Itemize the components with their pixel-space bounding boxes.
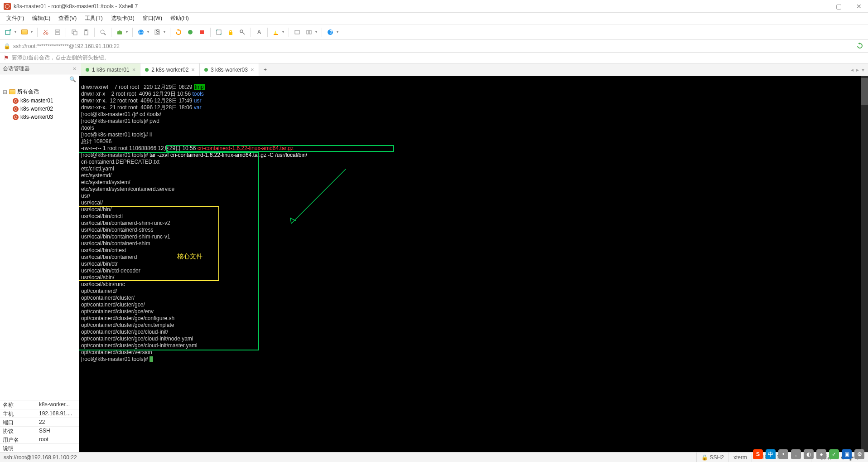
refresh-icon[interactable] xyxy=(173,27,184,38)
script-icon[interactable]: S xyxy=(152,27,163,38)
terminal-scrollbar[interactable] xyxy=(861,76,868,452)
globe-dropdown[interactable]: ▾ xyxy=(147,30,151,34)
close-button[interactable]: ✕ xyxy=(854,1,864,12)
menu-view[interactable]: 查看(V) xyxy=(55,13,80,24)
tray-icon[interactable]: , xyxy=(791,449,801,459)
layout2-icon[interactable] xyxy=(304,27,314,38)
tab-prev-icon[interactable]: ◂ xyxy=(851,67,854,73)
session-icon xyxy=(13,114,19,120)
session-item-worker02[interactable]: k8s-worker02 xyxy=(0,105,79,113)
menu-window[interactable]: 窗口(W) xyxy=(139,13,166,24)
globe-icon[interactable] xyxy=(135,27,146,38)
status-dot-icon xyxy=(86,68,89,72)
script-dropdown[interactable]: ▾ xyxy=(164,30,167,34)
tray-ime-icon[interactable]: 中 xyxy=(766,449,776,459)
help-icon[interactable]: ? xyxy=(325,27,336,38)
tab-worker03[interactable]: 3 k8s-worker03 × xyxy=(200,63,259,76)
status-dot-icon xyxy=(145,68,149,72)
find-icon[interactable] xyxy=(97,27,108,38)
svg-line-15 xyxy=(104,33,106,35)
info-strip: ⚑ 要添加当前会话，点击左侧的箭头按钮。 xyxy=(0,53,868,63)
record-icon[interactable] xyxy=(185,27,196,38)
status-dot-icon xyxy=(204,68,208,72)
tray-icon[interactable]: ● xyxy=(816,449,826,459)
session-icon xyxy=(13,98,19,104)
tray-icon[interactable]: • xyxy=(778,449,788,459)
session-search-input[interactable] xyxy=(0,74,79,85)
folder-icon xyxy=(9,89,15,94)
properties-icon[interactable] xyxy=(52,27,63,38)
menu-file[interactable]: 文件(F) xyxy=(3,13,28,24)
minimize-button[interactable]: — xyxy=(812,1,824,12)
session-icon xyxy=(13,106,19,112)
statusbar: ssh://root@192.168.91.100:22 🔒SSH2 xterm… xyxy=(0,452,868,462)
svg-rect-25 xyxy=(229,32,232,35)
tree-root[interactable]: ⊟ 所有会话 xyxy=(0,87,79,97)
tray-icon[interactable]: ⚙ xyxy=(854,449,864,459)
session-item-worker03[interactable]: k8s-worker03 xyxy=(0,113,79,121)
svg-rect-30 xyxy=(295,30,299,34)
sidebar-title: 会话管理器 xyxy=(3,65,30,73)
new-session-dropdown[interactable]: ▾ xyxy=(14,30,18,34)
fullscreen-icon[interactable] xyxy=(213,27,224,38)
help-dropdown[interactable]: ▾ xyxy=(337,30,340,34)
terminal[interactable]: drwxrwxrwt 7 root root 220 12月29日 08:29 … xyxy=(79,76,868,452)
menu-help[interactable]: 帮助(H) xyxy=(167,13,193,24)
tab-worker02[interactable]: 2 k8s-worker02 × xyxy=(140,63,200,76)
tab-strip: 1 k8s-master01 × 2 k8s-worker02 × 3 k8s-… xyxy=(79,63,868,76)
stop-icon[interactable] xyxy=(197,27,207,38)
menu-tools[interactable]: 工具(T) xyxy=(81,13,106,24)
sidebar-close-icon[interactable]: × xyxy=(73,66,76,72)
lock-icon[interactable] xyxy=(225,27,236,38)
tab-add-button[interactable]: + xyxy=(259,63,272,76)
toolbar: ▾ ▾ ▾ ▾ S ▾ A ▾ ▾ ? xyxy=(0,24,868,40)
highlight-icon[interactable] xyxy=(270,27,281,38)
session-properties: 名称k8s-worker... 主机192.168.91.... 端口22 协议… xyxy=(0,400,79,452)
tray-wechat-icon[interactable]: ✓ xyxy=(829,449,839,459)
font-icon[interactable]: A xyxy=(254,27,265,38)
highlight-dropdown[interactable]: ▾ xyxy=(282,30,286,34)
tab-list-icon[interactable]: ▾ xyxy=(862,67,864,73)
tab-close-icon[interactable]: × xyxy=(132,66,136,73)
search-icon[interactable]: 🔍 xyxy=(69,76,76,83)
key-icon[interactable] xyxy=(237,27,248,38)
flag-icon: ⚑ xyxy=(4,54,9,61)
copy-icon[interactable] xyxy=(69,27,80,38)
transfer-icon[interactable] xyxy=(114,27,125,38)
svg-rect-29 xyxy=(274,34,278,35)
tab-master01[interactable]: 1 k8s-master01 × xyxy=(81,63,140,76)
lock-icon: 🔒 xyxy=(4,43,10,49)
tray-sogou-icon[interactable]: S xyxy=(753,449,763,459)
open-icon[interactable] xyxy=(19,27,30,38)
layout-dropdown[interactable]: ▾ xyxy=(315,30,319,34)
tab-close-icon[interactable]: × xyxy=(251,66,254,73)
menu-edit[interactable]: 编辑(E) xyxy=(29,13,54,24)
status-address: ssh://root@192.168.91.100:22 xyxy=(4,454,77,461)
tab-close-icon[interactable]: × xyxy=(191,66,195,73)
svg-rect-16 xyxy=(117,31,122,34)
session-tree[interactable]: ⊟ 所有会话 k8s-master01 k8s-worker02 k8s-wor… xyxy=(0,85,79,400)
annotation-arrow xyxy=(272,158,349,226)
status-protocol: SSH2 xyxy=(710,454,724,461)
menu-tab[interactable]: 选项卡(B) xyxy=(107,13,138,24)
paste-icon[interactable] xyxy=(81,27,92,38)
open-dropdown[interactable]: ▾ xyxy=(31,30,34,34)
tray-icon[interactable]: ▣ xyxy=(842,449,852,459)
transfer-dropdown[interactable]: ▾ xyxy=(126,30,130,34)
tray-icon[interactable]: ◐ xyxy=(804,449,814,459)
address-bar[interactable]: 🔒 ssh://root:***************@192.168.91.… xyxy=(0,40,868,53)
new-session-icon[interactable] xyxy=(3,27,14,38)
content-area: 1 k8s-master01 × 2 k8s-worker02 × 3 k8s-… xyxy=(79,63,868,452)
tab-next-icon[interactable]: ▸ xyxy=(856,67,859,73)
session-item-master01[interactable]: k8s-master01 xyxy=(0,97,79,105)
titlebar: k8s-master01 - root@k8s-master01:/tools … xyxy=(0,0,868,13)
system-tray: S 中 • , ◐ ● ✓ ▣ ⚙ xyxy=(750,447,867,461)
info-text: 要添加当前会话，点击左侧的箭头按钮。 xyxy=(12,54,110,62)
cut-icon[interactable] xyxy=(40,27,51,38)
svg-rect-32 xyxy=(309,30,311,34)
layout1-icon[interactable] xyxy=(292,27,303,38)
maximize-button[interactable]: ▢ xyxy=(833,1,844,12)
svg-rect-23 xyxy=(200,30,204,34)
reconnect-icon[interactable] xyxy=(856,42,864,50)
svg-point-22 xyxy=(188,30,193,34)
